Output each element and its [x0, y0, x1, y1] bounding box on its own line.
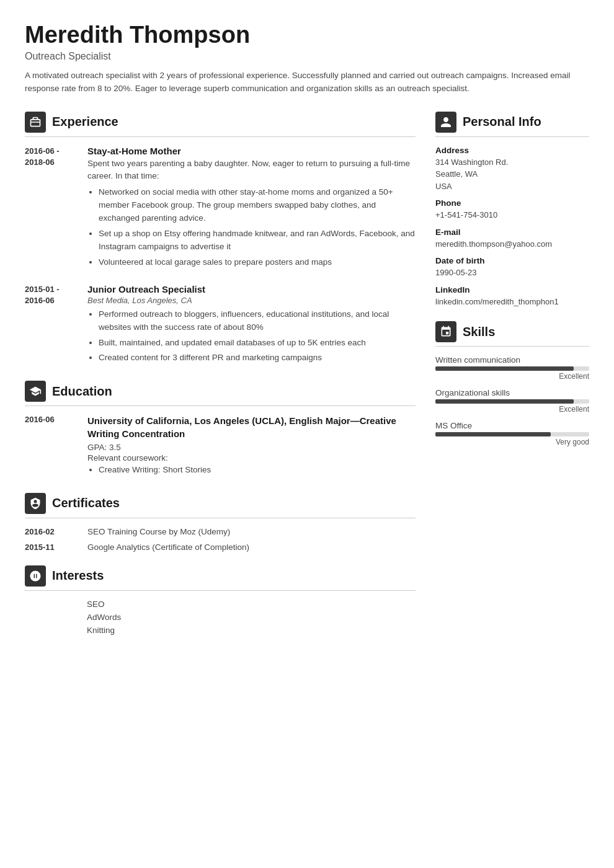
candidate-name: Meredith Thompson — [25, 22, 589, 48]
edu-bullets-1: Creative Writing: Short Stories — [87, 464, 416, 477]
exp-bullet-2-1: Performed outreach to bloggers, influenc… — [99, 308, 416, 334]
pi-linkedin-label: LinkedIn — [435, 285, 589, 294]
pi-address-value: 314 Washington Rd.Seattle, WAUSA — [435, 156, 589, 193]
interests-list: SEO AdWords Knitting — [25, 600, 416, 635]
certificates-label: Certificates — [52, 496, 120, 510]
skill-name-3: MS Office — [435, 421, 589, 430]
exp-bullet-1-3: Volunteered at local garage sales to pre… — [99, 256, 416, 269]
person-icon — [440, 116, 452, 128]
skill-item-1: Written communication Excellent — [435, 355, 589, 381]
certificates-header: Certificates — [25, 493, 416, 514]
exp-bullet-1-2: Set up a shop on Etsy offering handmade … — [99, 228, 416, 254]
pi-address-label: Address — [435, 146, 589, 155]
pi-linkedin: LinkedIn linkedin.com/meredith_thomphon1 — [435, 285, 589, 308]
exp-bullets-2: Performed outreach to bloggers, influenc… — [87, 308, 416, 365]
skill-level-3: Very good — [435, 438, 589, 446]
exp-bullet-2-2: Built, maintained, and updated email dat… — [99, 337, 416, 350]
exp-date-1: 2016-06 - 2018-06 — [25, 146, 78, 272]
skill-bar-fill-3 — [435, 432, 551, 436]
skill-bar-bg-3 — [435, 432, 589, 436]
exp-body-2: Junior Outreach Specialist Best Media, L… — [87, 284, 416, 368]
certificates-divider — [25, 518, 416, 518]
resume-container: Meredith Thompson Outreach Specialist A … — [0, 0, 614, 673]
personal-info-icon — [435, 112, 456, 133]
skills-label: Skills — [463, 325, 495, 339]
pi-phone-value: +1-541-754-3010 — [435, 209, 589, 221]
cert-name-2: Google Analytics (Certificate of Complet… — [87, 542, 249, 552]
main-content: Experience 2016-06 - 2018-06 Stay-at-Hom… — [25, 112, 589, 649]
pi-dob-label: Date of birth — [435, 256, 589, 265]
skill-item-3: MS Office Very good — [435, 421, 589, 446]
edu-bullet-1-1: Creative Writing: Short Stories — [99, 464, 416, 477]
experience-section: Experience 2016-06 - 2018-06 Stay-at-Hom… — [25, 112, 416, 368]
skill-name-1: Written communication — [435, 355, 589, 365]
experience-header: Experience — [25, 112, 416, 133]
interests-section: Interests SEO AdWords Knitting — [25, 565, 416, 635]
cert-entry-2: 2015-11 Google Analytics (Certificate of… — [25, 542, 416, 552]
skill-bar-bg-2 — [435, 399, 589, 404]
graduation-icon — [29, 385, 42, 397]
skills-divider — [435, 346, 589, 347]
education-divider — [25, 405, 416, 406]
candidate-subtitle: Outreach Specialist — [25, 51, 589, 62]
exp-date-2: 2015-01 - 2016-06 — [25, 284, 78, 368]
skill-level-2: Excellent — [435, 405, 589, 414]
pi-email-label: E-mail — [435, 228, 589, 237]
header-section: Meredith Thompson Outreach Specialist A … — [25, 22, 589, 95]
cert-date-1: 2016-02 — [25, 527, 78, 536]
exp-bullet-2-3: Created content for 3 different PR and m… — [99, 352, 416, 365]
interests-icon-svg — [29, 570, 42, 582]
pi-email-value: meredith.thompson@yahoo.com — [435, 238, 589, 250]
edu-relevant-1: Relevant coursework: — [87, 453, 416, 463]
candidate-summary: A motivated outreach specialist with 2 y… — [25, 69, 589, 95]
skills-section: Skills Written communication Excellent O… — [435, 321, 589, 446]
exp-bullet-1-1: Networked on social media with other sta… — [99, 186, 416, 225]
pi-dob: Date of birth 1990-05-23 — [435, 256, 589, 279]
exp-desc-1: Spent two years parenting a baby daughte… — [87, 157, 416, 183]
pi-linkedin-value: linkedin.com/meredith_thomphon1 — [435, 296, 589, 308]
cert-name-1: SEO Training Course by Moz (Udemy) — [87, 527, 230, 536]
interests-divider — [25, 590, 416, 591]
exp-body-1: Stay-at-Home Mother Spent two years pare… — [87, 146, 416, 272]
certificate-icon — [29, 497, 42, 510]
edu-title-1: University of California, Los Angeles (U… — [87, 415, 416, 440]
experience-label: Experience — [52, 115, 118, 129]
personal-info-label: Personal Info — [463, 115, 541, 129]
exp-title-2: Junior Outreach Specialist — [87, 284, 416, 294]
exp-entry-1: 2016-06 - 2018-06 Stay-at-Home Mother Sp… — [25, 146, 416, 272]
exp-title-1: Stay-at-Home Mother — [87, 146, 416, 156]
pi-phone-label: Phone — [435, 198, 589, 208]
certificates-icon — [25, 493, 46, 514]
experience-icon — [25, 112, 46, 133]
personal-info-header: Personal Info — [435, 112, 589, 133]
experience-divider — [25, 136, 416, 137]
edu-entry-1: 2016-06 University of California, Los An… — [25, 415, 416, 479]
exp-company-2: Best Media, Los Angeles, CA — [87, 296, 416, 305]
skills-icon-svg — [440, 326, 452, 338]
cert-entry-1: 2016-02 SEO Training Course by Moz (Udem… — [25, 527, 416, 536]
skill-item-2: Organizational skills Excellent — [435, 388, 589, 414]
edu-gpa-1: GPA: 3.5 — [87, 443, 416, 452]
personal-info-divider — [435, 136, 589, 137]
interest-item-1: SEO — [87, 600, 416, 609]
education-header: Education — [25, 381, 416, 402]
interests-icon — [25, 565, 46, 587]
pi-email: E-mail meredith.thompson@yahoo.com — [435, 228, 589, 250]
education-label: Education — [52, 384, 112, 399]
exp-entry-2: 2015-01 - 2016-06 Junior Outreach Specia… — [25, 284, 416, 368]
edu-body-1: University of California, Los Angeles (U… — [87, 415, 416, 479]
skill-bar-bg-1 — [435, 366, 589, 371]
interest-item-2: AdWords — [87, 613, 416, 622]
personal-info-section: Personal Info Address 314 Washington Rd.… — [435, 112, 589, 308]
right-column: Personal Info Address 314 Washington Rd.… — [435, 112, 589, 649]
skills-icon — [435, 321, 456, 342]
cert-date-2: 2015-11 — [25, 542, 78, 552]
certificates-section: Certificates 2016-02 SEO Training Course… — [25, 493, 416, 552]
left-column: Experience 2016-06 - 2018-06 Stay-at-Hom… — [25, 112, 416, 649]
pi-address: Address 314 Washington Rd.Seattle, WAUSA — [435, 146, 589, 193]
interests-header: Interests — [25, 565, 416, 587]
education-icon — [25, 381, 46, 402]
skills-header: Skills — [435, 321, 589, 342]
interests-label: Interests — [52, 569, 104, 583]
exp-bullets-1: Networked on social media with other sta… — [87, 186, 416, 269]
